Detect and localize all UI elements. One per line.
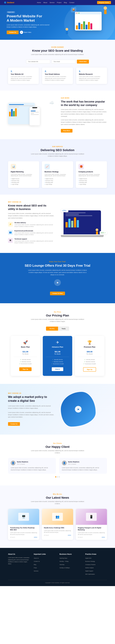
mc-bar-1 (9, 112, 11, 116)
toggle-monthly-button[interactable]: Monthly (46, 326, 58, 330)
news-content-1: Transforming You Online Roadmap With SEO… (8, 525, 39, 540)
feature-text-3: Technical support Lorem ipsum dolor sit … (15, 238, 54, 244)
pricing-cards: 🚀 Basic Plan $31.99 Per Month Security S… (8, 336, 107, 376)
policy-desc-1: Lorem ipsum dolor sit amet, consectetur … (8, 405, 54, 409)
footer-practice-2[interactable]: Business Strategy (85, 561, 95, 562)
hero-content: Digital SEO Powerful Website For A Moder… (7, 11, 53, 34)
lp-head (96, 228, 98, 231)
footer-practice: Practice Areas Digital SEO Business Stra… (85, 553, 107, 576)
dot-yellow (77, 13, 78, 14)
nav-cta-button[interactable]: Register Online (97, 1, 111, 4)
avatar-2: 👤 (62, 460, 67, 466)
solution-feature-item: Business Plan (45, 180, 70, 182)
footer-links-list: About Us Contact Us Blog FAQs Services (34, 557, 56, 572)
policy-contact-button[interactable]: Contact Us (8, 422, 20, 426)
solution-heading-2: Business Strategy (45, 171, 70, 173)
advance-signup-button[interactable]: Click it (52, 367, 63, 371)
nav-home[interactable]: Home (37, 2, 41, 3)
iso-screen-body (75, 14, 102, 30)
footer-hours-item: Opening Days: (60, 557, 81, 559)
footer-practice-3[interactable]: Company Products (85, 564, 96, 565)
blob-play-button[interactable] (75, 406, 82, 412)
blob-circle (61, 392, 96, 426)
plan-icon-premium: 🏆 (78, 340, 101, 344)
solution-features-3: Digital Service Business Plan Branding S… (78, 178, 104, 185)
footer-link-faqs[interactable]: FAQs (34, 567, 37, 568)
footer-link-contact[interactable]: Contact Us (34, 561, 40, 562)
work-content: OUR WORK The work that has become popula… (61, 97, 107, 132)
feature-2: 👥 Experienced professionals Lorem ipsum … (8, 230, 54, 236)
basic-signup-button[interactable]: Sign Up (19, 367, 32, 371)
news-author-2: Admin (68, 534, 71, 536)
ph-line-1 (31, 111, 36, 111)
policy-content: WHY CHOOSE US We adopt a market policy t… (8, 392, 54, 426)
solution-features-2: Digital Service Business Plan Branding S… (45, 178, 70, 185)
nav-about[interactable]: About (43, 2, 47, 3)
footer-practice-1[interactable]: Digital SEO (85, 558, 92, 559)
footer-practice-5[interactable]: Digital Support (85, 570, 93, 572)
hero-video-button[interactable]: Watch Video (20, 31, 31, 34)
know-illustration: +25% ↑ SEO ✓ (61, 208, 107, 240)
testimonial-author-1: 👤 Sasha Stephens CEO Company (11, 460, 53, 466)
website-url-input[interactable] (26, 60, 50, 64)
news-img-content-3: 📱 (76, 509, 107, 525)
feature-text-1: On-time delivery Lorem ipsum dolor sit a… (15, 222, 54, 228)
footer-links-heading: Important Links (34, 553, 56, 555)
premium-signup-button[interactable]: Sign Up (83, 367, 96, 372)
work-illustration: 🔍 ☁️ (8, 100, 54, 130)
footer-link-about[interactable]: About Us (34, 558, 39, 559)
mc-bar-4 (15, 108, 17, 116)
client-tag: Our Clients (8, 442, 107, 444)
plan-feature-premium-1: Security Service (78, 358, 101, 361)
solution-feature-item: Branding Skill (11, 182, 37, 184)
laptop-wrap: +25% ↑ SEO ✓ (61, 208, 107, 240)
plan-feature-basic-2: Business Service (14, 361, 37, 363)
email-input[interactable] (51, 60, 76, 64)
lc-bar-1 (66, 222, 68, 228)
footer-link-services[interactable]: Services (34, 570, 39, 572)
nav-service[interactable]: Service (50, 2, 55, 3)
hero-buttons: Contact Us Watch Video (7, 30, 53, 34)
pricing-title: Our Pricing Plan (8, 314, 107, 317)
footer-practice-6[interactable]: SEO Optimization (85, 574, 95, 575)
footer-link-item: FAQs (34, 566, 56, 569)
plan-divider-advance (46, 357, 69, 357)
seo-card-2: 2. Your Email Address Lorem ipsum dolor … (42, 68, 73, 84)
feature-3: 🛠 Technical support Lorem ipsum dolor si… (8, 238, 54, 244)
footer-practice-4[interactable]: Market Analysis (85, 567, 94, 568)
check-now-button[interactable]: Check Now (77, 60, 89, 64)
card-text-1: Lorem ipsum dolor sit amet, consectetur … (11, 76, 36, 81)
toggle-yearly-button[interactable]: Yearly (58, 326, 69, 330)
cloud-icon: ☁️ (49, 100, 54, 105)
hero-figure-1 (104, 6, 107, 14)
nav-links: Home About Service Project Blog Contact (37, 2, 74, 3)
dot-3[interactable] (59, 476, 60, 478)
dot-1[interactable] (55, 476, 56, 478)
nav-project[interactable]: Project (57, 2, 62, 3)
nav-blog[interactable]: Blog (64, 2, 67, 3)
news-meta-3: 28 March Admin (78, 536, 105, 538)
seo-score-subtitle: Lorem ipsum dolor sit amet consectetur a… (31, 54, 84, 56)
footer-link-blog[interactable]: Blog (34, 564, 36, 565)
carousel-dots (8, 476, 107, 478)
happy-client-section: Our Clients Our Happy Client Lorem ipsum… (0, 434, 115, 486)
author-info-2: Sasha Stephens CEO Company (68, 461, 79, 465)
work-title: The work that has become popular in the … (61, 100, 107, 107)
trial-play-button[interactable] (54, 279, 61, 286)
news-card-1: 🖥️ Transforming You Online Roadmap With … (8, 509, 39, 540)
plan-price-basic: $31.99 (14, 349, 37, 353)
news-author-3: Admin (101, 536, 105, 538)
solution-feature-item: Logo Design (11, 184, 37, 185)
card-heading-3: Website Research (79, 73, 104, 75)
work-read-more-button[interactable]: Read More (61, 129, 72, 132)
trial-cta-button[interactable]: Contact Us Now (50, 292, 65, 295)
nav-contact[interactable]: Contact (69, 2, 74, 3)
hero-contact-button[interactable]: Contact Us (7, 30, 19, 34)
plan-feature-basic-3: Ecommerce Growth (14, 363, 37, 365)
trial-description: Lorem ipsum dolor sit amet, consectetur … (27, 269, 88, 276)
figure-body (104, 10, 106, 14)
dot-2[interactable] (57, 476, 58, 478)
feature-heading-2: Experienced professionals (15, 230, 54, 232)
trial-title: SEO Lounge Offers First 30 Days Free Tri… (8, 264, 107, 268)
footer-hours-item: Sunday & Holidays: (60, 566, 81, 569)
